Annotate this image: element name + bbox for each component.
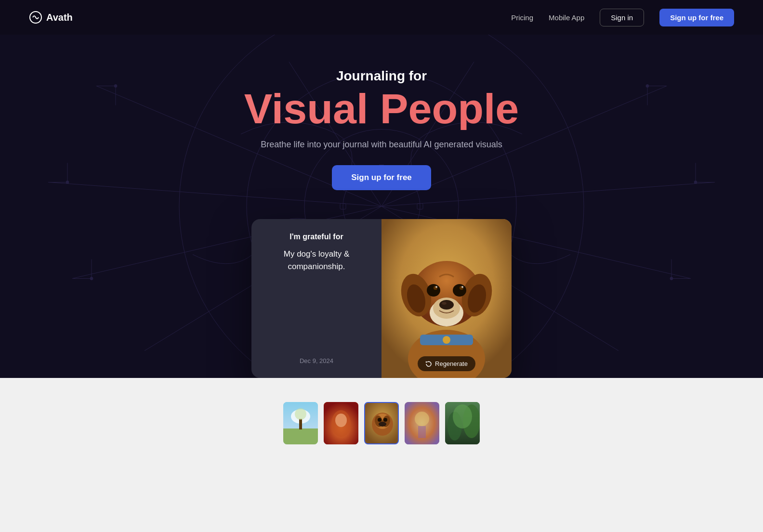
signup-nav-button[interactable]: Sign up for free bbox=[659, 9, 734, 26]
thumbnail-strip bbox=[0, 392, 763, 454]
thumbnail-3[interactable] bbox=[364, 402, 399, 444]
regenerate-button[interactable]: Regenerate bbox=[418, 356, 475, 371]
hero-section: Journaling for Visual People Breathe lif… bbox=[0, 35, 763, 378]
svg-point-41 bbox=[461, 286, 463, 288]
nav-pricing[interactable]: Pricing bbox=[511, 13, 533, 22]
signup-hero-button[interactable]: Sign up for free bbox=[332, 165, 431, 190]
thumbnail-5[interactable] bbox=[445, 402, 480, 444]
journal-card-wrapper: I'm grateful for My dog's loyalty & comp… bbox=[10, 219, 753, 378]
svg-point-51 bbox=[335, 414, 347, 427]
svg-point-59 bbox=[379, 422, 386, 427]
hero-description: Breathe life into your journal with beau… bbox=[10, 140, 753, 150]
thumb-4-img bbox=[405, 402, 439, 444]
hero-title: Visual People bbox=[10, 88, 753, 130]
svg-point-36 bbox=[427, 284, 440, 297]
svg-point-48 bbox=[295, 408, 306, 420]
journal-text: My dog's loyalty & companionship. bbox=[263, 248, 370, 272]
svg-point-37 bbox=[453, 284, 466, 297]
thumb-3-img bbox=[365, 403, 399, 444]
hero-subtitle: Journaling for bbox=[10, 68, 753, 84]
signin-button[interactable]: Sign in bbox=[600, 9, 644, 26]
svg-point-66 bbox=[453, 404, 472, 428]
svg-rect-62 bbox=[418, 426, 426, 438]
svg-point-43 bbox=[442, 302, 447, 305]
svg-point-61 bbox=[415, 412, 429, 426]
svg-point-57 bbox=[378, 418, 382, 422]
dog-illustration bbox=[382, 219, 512, 378]
thumb-5-img bbox=[445, 402, 480, 444]
thumb-1-img bbox=[283, 402, 318, 444]
svg-rect-45 bbox=[283, 428, 318, 444]
journal-card: I'm grateful for My dog's loyalty & comp… bbox=[251, 219, 512, 378]
thumbnail-2[interactable] bbox=[324, 402, 358, 444]
nav-mobile-app[interactable]: Mobile App bbox=[549, 13, 584, 22]
svg-point-40 bbox=[435, 286, 437, 288]
svg-rect-47 bbox=[299, 419, 302, 429]
journal-top: I'm grateful for My dog's loyalty & comp… bbox=[263, 233, 370, 272]
svg-point-28 bbox=[443, 336, 450, 344]
logo-icon bbox=[29, 11, 42, 24]
journal-grateful-label: I'm grateful for bbox=[263, 233, 370, 241]
journal-left-panel: I'm grateful for My dog's loyalty & comp… bbox=[251, 219, 382, 378]
svg-point-58 bbox=[383, 418, 387, 422]
logo[interactable]: Avath bbox=[29, 11, 73, 24]
nav-links: Pricing Mobile App Sign in Sign up for f… bbox=[511, 9, 734, 26]
regenerate-icon bbox=[425, 361, 432, 367]
thumbnail-4[interactable] bbox=[405, 402, 439, 444]
svg-point-42 bbox=[439, 300, 454, 310]
hero-content: Journaling for Visual People Breathe lif… bbox=[10, 68, 753, 214]
regenerate-label: Regenerate bbox=[435, 360, 468, 367]
navbar: Avath Pricing Mobile App Sign in Sign up… bbox=[0, 0, 763, 35]
thumbnail-1[interactable] bbox=[283, 402, 318, 444]
logo-text: Avath bbox=[46, 12, 73, 23]
lower-section bbox=[0, 378, 763, 473]
thumb-2-img bbox=[324, 402, 358, 444]
journal-date: Dec 9, 2024 bbox=[263, 357, 370, 364]
journal-image-panel: Regenerate bbox=[382, 219, 512, 378]
